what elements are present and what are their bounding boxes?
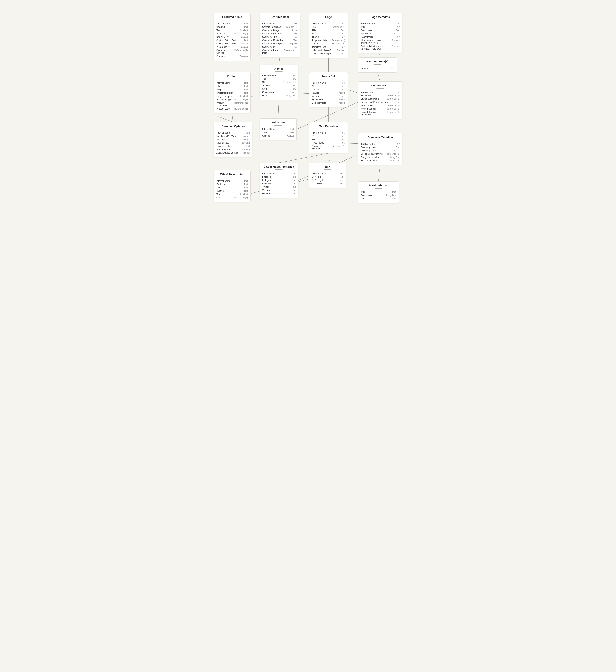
table-row: Overriding MustacheText [262, 39, 297, 42]
table-row: TitleText [312, 29, 345, 32]
table-row: TypeText [262, 131, 294, 134]
table-row: CTAReference (1) [216, 196, 248, 199]
field-name-label: Custom Button Text [216, 39, 242, 42]
field-type-label: Text [244, 180, 248, 182]
table-row: LinkedInText [262, 182, 295, 185]
field-type-label: Text [396, 36, 400, 38]
field-type-label: Asset [394, 32, 400, 35]
table-row: Product LogoReference (1) [216, 107, 248, 110]
field-type-label: Text [339, 176, 344, 178]
card-cta: CTAInternal NameTextCTA TextTextCTA Targ… [309, 163, 346, 188]
field-type-label: Reference (1) [386, 153, 400, 155]
field-type-label: Asset [292, 29, 297, 32]
field-name-label: Max Items Per View [216, 135, 240, 137]
table-row: Company MetadataReference (1) [312, 145, 345, 150]
field-type-label: Assets [339, 102, 345, 104]
field-type-label: Boolean [240, 36, 248, 38]
table-row: Loop Slides?Boolean [216, 141, 250, 145]
field-type-label: Reference (1) [284, 26, 297, 28]
field-type-label: Text [290, 131, 294, 134]
table-row: Is Dynamic Parent?Boolean [312, 49, 345, 52]
card-title-socialMedia: Social Media Platforms [262, 165, 295, 168]
table-row: Content ReferenceReference (1) [262, 25, 297, 29]
card-companyMetadata: Company MetadataInternal NameTextCompany… [358, 133, 403, 165]
field-name-label: Internal Name [312, 132, 339, 134]
table-row: TextRichText [216, 29, 248, 32]
field-type-label: Object [287, 135, 294, 137]
table-row: ContentReference (n) [312, 42, 345, 45]
field-name-label: Subtitle [262, 84, 290, 87]
field-name-label: Auto Advance Duration [216, 152, 241, 154]
field-name-label: Heading [216, 26, 242, 28]
table-row: DescriptionLong Text [361, 194, 396, 197]
table-row: TitleText [361, 190, 396, 194]
field-name-label: Overriding Image [262, 29, 290, 32]
field-type-label: Reference (1) [386, 111, 400, 113]
field-name-label: Overriding Title [262, 36, 291, 38]
svg-line-16 [378, 165, 380, 181]
table-row: TitleText [262, 77, 295, 80]
field-type-label: Text [291, 179, 295, 182]
table-row: MobileMediaAssets [312, 98, 345, 101]
field-type-label: Reference (1) [386, 98, 400, 100]
table-row: ImagesAssets [312, 91, 345, 95]
field-type-label: Long Text [286, 94, 295, 97]
field-name-label: Content [312, 42, 330, 45]
field-name-label: Internal Name [312, 22, 339, 25]
card-divider-pathSegments [374, 64, 381, 65]
field-name-label: Root Theme [312, 142, 339, 144]
table-row: SiteReference (1) [312, 25, 345, 29]
field-type-label: Reference (1) [332, 26, 345, 28]
field-name-label: CTA Text [312, 176, 338, 178]
field-name-label: Text Content [361, 104, 384, 107]
table-row: Auto Advance DurationInteger [216, 151, 250, 154]
table-row: Product ImagesReference (1) [216, 98, 248, 101]
field-name-label: Product Logo [216, 107, 232, 110]
table-row: HeadingText [216, 25, 248, 29]
card-title-animation: Animation [262, 121, 294, 124]
card-carouselOptions: Carousel OptionsInternal NameTextMax Ite… [213, 122, 252, 157]
table-row: IDText [312, 135, 345, 138]
table-row: Is Carousel?Boolean [216, 45, 248, 49]
field-type-label: Text [291, 88, 295, 90]
field-name-label: Features [216, 32, 232, 35]
table-row: Carousel OptionsReference (1) [216, 49, 248, 55]
field-name-label: Caption [312, 88, 339, 91]
field-type-label: Text [244, 85, 248, 88]
table-row: InstagramText [262, 179, 295, 182]
field-type-label: Text [244, 186, 248, 189]
field-name-label: Is Dynamic Parent? [312, 49, 335, 52]
field-name-label: Company Name [361, 146, 394, 149]
card-divider-titleDescription [228, 177, 236, 177]
field-type-label: Text [291, 84, 295, 87]
table-row: Internal NameText [312, 81, 345, 85]
table-row: EyebrowText [216, 183, 248, 186]
table-row: SegmentText [361, 66, 394, 70]
svg-line-4 [279, 57, 280, 65]
table-row: Hide page from search engines? (noindex)… [361, 39, 400, 45]
table-row: Social Media PlatformsReference (1) [361, 152, 400, 156]
field-name-label: Internal Name [262, 22, 291, 25]
field-type-label: Text [341, 132, 345, 134]
field-name-label: Slug [262, 88, 290, 90]
field-type-label: Text [341, 142, 345, 144]
table-row: Overriding DescriptionLong Text [262, 42, 297, 45]
table-row: OptionsObject [262, 134, 294, 137]
field-type-label: Reference (1) [386, 107, 400, 110]
field-name-label: ID [312, 135, 339, 137]
table-row: PinterestText [262, 192, 295, 195]
table-row: SiteReference (1) [262, 80, 295, 84]
field-type-label: Text [341, 138, 345, 141]
field-type-label: Text [341, 88, 345, 91]
field-name-label: Internal Name [361, 143, 394, 145]
field-type-label: Text [341, 82, 345, 84]
field-name-label: Auto Advance? [216, 148, 240, 151]
table-row: Internal NameText [216, 81, 248, 85]
field-type-label: Boolean [240, 46, 248, 48]
field-type-label: Asset [290, 91, 295, 93]
table-row: SubtitleText [262, 84, 295, 87]
card-divider-featuredItems [228, 20, 236, 20]
field-type-label: Text [291, 186, 295, 188]
field-type-label: Reference (1) [332, 39, 345, 42]
field-name-label: Hide page from search engines? (noindex) [361, 39, 390, 44]
